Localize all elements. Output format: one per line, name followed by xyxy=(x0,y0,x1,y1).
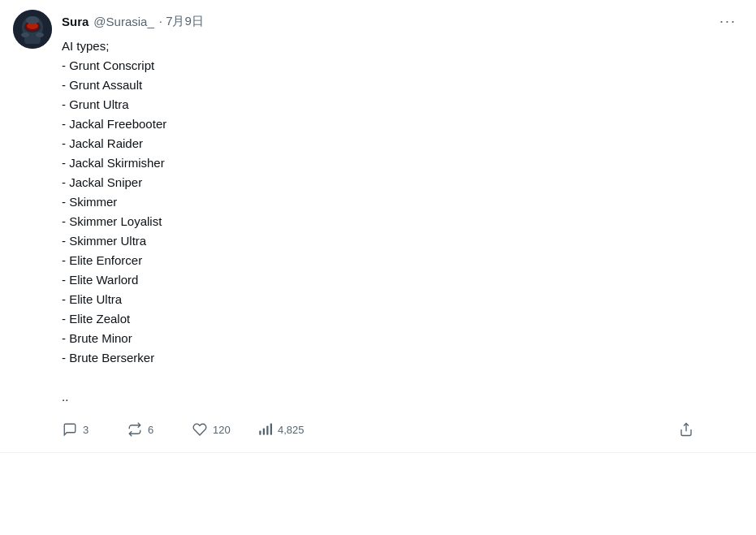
share-icon xyxy=(678,421,694,438)
svg-point-5 xyxy=(26,16,39,24)
tweet-author: Sura @Surasia_ · 7月9日 xyxy=(62,14,204,29)
share-action[interactable] xyxy=(678,416,743,442)
views-action[interactable]: 4,825 xyxy=(257,416,322,442)
like-action[interactable]: 120 xyxy=(192,416,257,442)
more-options-button[interactable]: ··· xyxy=(713,10,743,33)
author-handle: @Surasia_ xyxy=(93,15,153,28)
svg-rect-10 xyxy=(263,429,265,435)
retweet-count: 6 xyxy=(148,424,153,436)
tweet-header: Sura @Surasia_ · 7月9日 ··· xyxy=(62,10,743,33)
svg-rect-11 xyxy=(266,426,268,435)
svg-rect-12 xyxy=(270,424,272,435)
retweet-action[interactable]: 6 xyxy=(127,416,192,442)
reply-action[interactable]: 3 xyxy=(62,416,127,442)
tweet: Sura @Surasia_ · 7月9日 ··· AI types; - Gr… xyxy=(0,0,756,453)
avatar-section xyxy=(13,10,52,442)
reply-count: 3 xyxy=(83,424,89,436)
tweet-text: AI types; - Grunt Conscript - Grunt Assa… xyxy=(62,37,743,407)
views-count: 4,825 xyxy=(278,424,305,436)
author-name: Sura xyxy=(62,15,89,28)
svg-point-8 xyxy=(36,32,44,37)
tweet-date: · 7月9日 xyxy=(159,14,204,29)
avatar[interactable] xyxy=(13,10,52,49)
like-icon xyxy=(192,421,208,438)
retweet-icon xyxy=(127,421,143,438)
reply-icon xyxy=(62,421,78,438)
tweet-actions: 3 6 xyxy=(62,416,743,442)
svg-rect-9 xyxy=(259,431,261,435)
tweet-content: Sura @Surasia_ · 7月9日 ··· AI types; - Gr… xyxy=(62,10,743,442)
like-count: 120 xyxy=(213,424,231,436)
views-icon xyxy=(257,421,273,438)
svg-point-7 xyxy=(21,32,29,37)
